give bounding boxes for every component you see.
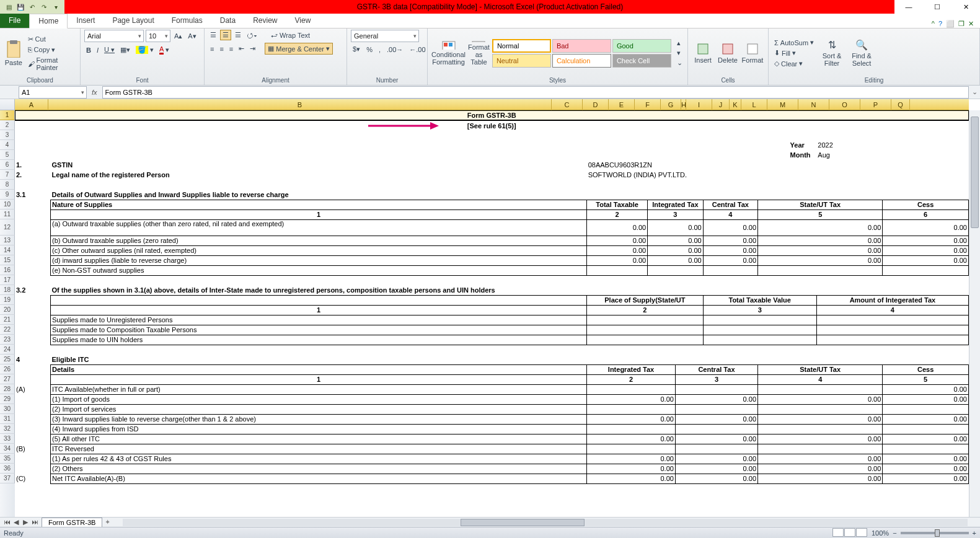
align-bottom-icon[interactable]: ☰ (233, 30, 243, 40)
cell[interactable]: 3 (648, 209, 703, 219)
cell[interactable]: (d) inward supplies (liable to reverse c… (51, 255, 587, 265)
row-header[interactable]: 2 (0, 120, 15, 130)
style-calculation[interactable]: Calculation (552, 54, 611, 68)
tab-page-layout[interactable]: Page Layout (104, 13, 162, 28)
cell[interactable] (816, 315, 968, 325)
cell[interactable] (15, 209, 51, 219)
cell[interactable]: 1 (51, 374, 587, 384)
increase-indent-icon[interactable]: ⇥ (248, 44, 257, 53)
cell[interactable] (758, 384, 883, 394)
decrease-font-icon[interactable]: A▾ (186, 30, 198, 42)
cell[interactable] (758, 424, 883, 434)
styles-more-icon[interactable]: ⌄ (675, 58, 684, 68)
row-header[interactable]: 10 (0, 200, 15, 209)
cell[interactable] (51, 295, 587, 305)
row-header[interactable]: 25 (0, 355, 15, 364)
cell[interactable] (15, 219, 51, 236)
cell[interactable]: 0.00 (758, 414, 883, 424)
row-header[interactable]: 37 (0, 474, 15, 483)
cell[interactable] (587, 325, 703, 335)
fill-button[interactable]: ⬇ Fill ▾ (772, 48, 816, 58)
cell[interactable]: 0.00 (587, 394, 676, 404)
cell[interactable]: 0.00 (883, 434, 969, 444)
col-header[interactable]: B (48, 99, 552, 110)
cell[interactable]: 1 (51, 209, 587, 219)
tab-data[interactable]: Data (211, 13, 244, 28)
currency-icon[interactable]: $▾ (351, 45, 362, 54)
conditional-formatting-button[interactable]: Conditional Formatting (431, 40, 466, 66)
format-as-table-button[interactable]: Format as Table (468, 40, 490, 66)
cell[interactable]: 0.00 (758, 219, 883, 236)
cell[interactable]: Cess (883, 200, 969, 209)
cell[interactable]: (b) Outward traxable supplies (zero rate… (51, 236, 587, 245)
tab-review[interactable]: Review (244, 13, 286, 28)
row-header[interactable]: 4 (0, 140, 15, 150)
row-header[interactable]: 13 (0, 236, 15, 245)
cell[interactable]: 2. (15, 170, 51, 180)
cell[interactable]: 0.00 (587, 219, 648, 236)
cell[interactable]: 08AABCU9603R1ZN (587, 160, 969, 170)
new-sheet-icon[interactable]: ✦ (105, 518, 110, 526)
cell[interactable]: (3) Inward supplies liable to reverse ch… (51, 414, 587, 424)
cell[interactable]: 0.00 (648, 219, 703, 236)
cell[interactable] (883, 404, 969, 414)
font-name-select[interactable]: Arial (84, 30, 144, 42)
cell[interactable]: 2 (587, 305, 703, 315)
cell[interactable]: 0.00 (703, 245, 757, 255)
cell[interactable]: 0.00 (758, 474, 883, 483)
cell[interactable] (703, 265, 757, 275)
cell[interactable] (587, 424, 676, 434)
cell[interactable]: 0.00 (883, 255, 969, 265)
col-header[interactable]: D (583, 99, 609, 110)
cell[interactable] (15, 140, 789, 150)
cell[interactable]: Of the supplies shown in 3.1(a) above, d… (51, 285, 969, 295)
cell[interactable] (675, 424, 757, 434)
cell[interactable]: 2022 (816, 140, 968, 150)
col-header[interactable]: P (860, 99, 891, 110)
row-header[interactable]: 22 (0, 325, 15, 335)
row-header[interactable]: 5 (0, 150, 15, 160)
tab-view[interactable]: View (286, 13, 320, 28)
cell[interactable]: 0.00 (758, 245, 883, 255)
align-center-icon[interactable]: ≡ (218, 45, 225, 53)
cell[interactable] (758, 404, 883, 414)
row-header[interactable]: 15 (0, 255, 15, 265)
cell[interactable]: 0.00 (883, 219, 969, 236)
formula-input[interactable]: Form GSTR-3B (102, 86, 969, 99)
cell[interactable] (587, 265, 648, 275)
cell[interactable]: Net ITC Available(A)-(B) (51, 474, 587, 483)
cell[interactable]: 0.00 (883, 236, 969, 245)
cell[interactable]: (5) All other ITC (51, 434, 587, 444)
zoom-slider[interactable] (901, 532, 969, 534)
percent-icon[interactable]: % (364, 45, 374, 54)
row-header[interactable]: 9 (0, 190, 15, 200)
fill-color-button[interactable]: 🪣▾ (134, 45, 156, 55)
number-format-select[interactable]: General (351, 30, 419, 42)
cell[interactable]: 4 (758, 374, 883, 384)
cell[interactable]: 0.00 (587, 255, 648, 265)
font-size-select[interactable]: 10 (146, 30, 170, 42)
cell[interactable]: 0.00 (648, 236, 703, 245)
cell[interactable] (675, 384, 757, 394)
cell[interactable] (15, 150, 789, 160)
cell[interactable]: 0.00 (758, 255, 883, 265)
cell[interactable]: 0.00 (883, 414, 969, 424)
row-header[interactable]: 19 (0, 295, 15, 305)
cell[interactable] (816, 325, 968, 335)
cell[interactable]: 3.2 (15, 285, 51, 295)
cell[interactable]: Central Tax (703, 200, 757, 209)
cell[interactable]: Month (789, 150, 817, 160)
row-header[interactable]: 35 (0, 454, 15, 464)
cell[interactable]: 0.00 (587, 464, 676, 474)
cell[interactable]: (B) (15, 444, 51, 454)
cell[interactable]: Details (51, 364, 587, 374)
cell[interactable]: 1 (51, 305, 587, 315)
col-header[interactable]: Q (891, 99, 910, 110)
style-bad[interactable]: Bad (552, 39, 611, 53)
cell[interactable]: 0.00 (587, 245, 648, 255)
row-header[interactable]: 34 (0, 444, 15, 454)
tab-home[interactable]: Home (29, 14, 68, 29)
cell-grid[interactable]: Form GSTR-3B [See rule 61(5)] Year2022 M… (15, 110, 969, 517)
cell[interactable]: Place of Supply(State/UT (587, 295, 703, 305)
cell[interactable]: 0.00 (883, 464, 969, 474)
